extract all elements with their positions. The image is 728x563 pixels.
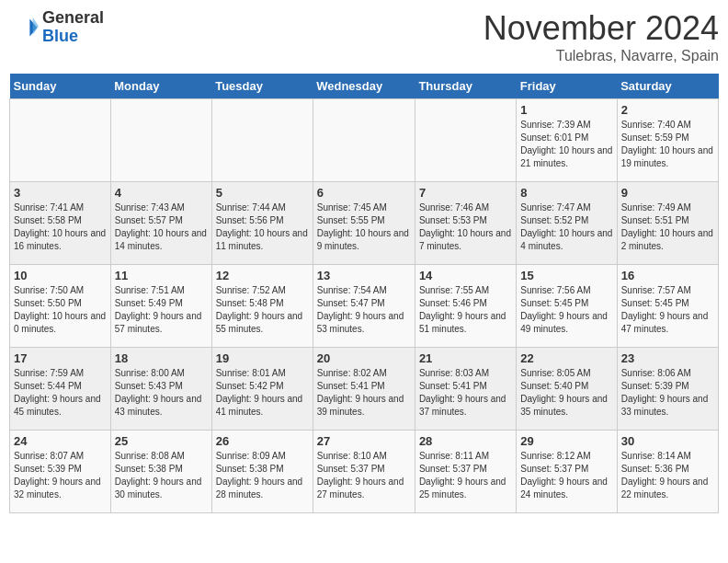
calendar-cell: 5Sunrise: 7:44 AM Sunset: 5:56 PM Daylig… — [211, 182, 313, 265]
header: General Blue November 2024 Tulebras, Nav… — [9, 9, 719, 64]
day-info: Sunrise: 7:49 AM Sunset: 5:51 PM Dayligh… — [621, 201, 714, 253]
calendar-cell: 22Sunrise: 8:05 AM Sunset: 5:40 PM Dayli… — [517, 348, 617, 431]
day-info: Sunrise: 8:14 AM Sunset: 5:36 PM Dayligh… — [621, 450, 714, 501]
location-title: Tulebras, Navarre, Spain — [483, 48, 719, 64]
day-number: 28 — [419, 434, 512, 448]
calendar-cell: 10Sunrise: 7:50 AM Sunset: 5:50 PM Dayli… — [10, 265, 111, 348]
day-number: 2 — [621, 103, 714, 117]
calendar-cell — [415, 99, 516, 182]
day-number: 26 — [216, 434, 309, 448]
header-day-sunday: Sunday — [10, 74, 111, 99]
day-info: Sunrise: 8:10 AM Sunset: 5:37 PM Dayligh… — [317, 450, 411, 501]
day-info: Sunrise: 7:51 AM Sunset: 5:49 PM Dayligh… — [115, 284, 208, 336]
day-info: Sunrise: 7:55 AM Sunset: 5:46 PM Dayligh… — [419, 284, 512, 336]
calendar-cell — [313, 99, 415, 182]
day-info: Sunrise: 8:00 AM Sunset: 5:43 PM Dayligh… — [115, 367, 208, 419]
day-number: 17 — [14, 351, 107, 365]
logo: General Blue — [9, 9, 104, 46]
calendar-cell: 2Sunrise: 7:40 AM Sunset: 5:59 PM Daylig… — [617, 99, 718, 182]
day-info: Sunrise: 7:50 AM Sunset: 5:50 PM Dayligh… — [14, 284, 107, 336]
calendar-week-4: 17Sunrise: 7:59 AM Sunset: 5:44 PM Dayli… — [10, 348, 719, 431]
calendar-week-1: 1Sunrise: 7:39 AM Sunset: 6:01 PM Daylig… — [10, 99, 719, 182]
day-info: Sunrise: 7:40 AM Sunset: 5:59 PM Dayligh… — [621, 119, 714, 170]
svg-marker-1 — [33, 17, 39, 35]
day-number: 3 — [14, 186, 107, 200]
calendar-cell: 29Sunrise: 8:12 AM Sunset: 5:37 PM Dayli… — [517, 431, 617, 513]
calendar-cell: 4Sunrise: 7:43 AM Sunset: 5:57 PM Daylig… — [110, 182, 211, 265]
day-info: Sunrise: 8:03 AM Sunset: 5:41 PM Dayligh… — [419, 367, 512, 419]
day-info: Sunrise: 8:12 AM Sunset: 5:37 PM Dayligh… — [520, 450, 612, 501]
day-info: Sunrise: 7:47 AM Sunset: 5:52 PM Dayligh… — [520, 201, 612, 253]
calendar-cell: 18Sunrise: 8:00 AM Sunset: 5:43 PM Dayli… — [110, 348, 211, 431]
day-number: 22 — [520, 351, 612, 365]
day-number: 21 — [419, 351, 512, 365]
day-number: 23 — [621, 351, 714, 365]
day-info: Sunrise: 8:11 AM Sunset: 5:37 PM Dayligh… — [419, 450, 512, 501]
day-info: Sunrise: 7:41 AM Sunset: 5:58 PM Dayligh… — [14, 201, 107, 253]
day-number: 11 — [115, 269, 208, 282]
day-info: Sunrise: 8:07 AM Sunset: 5:39 PM Dayligh… — [14, 450, 107, 501]
calendar-cell: 26Sunrise: 8:09 AM Sunset: 5:38 PM Dayli… — [211, 431, 313, 513]
calendar-cell: 30Sunrise: 8:14 AM Sunset: 5:36 PM Dayli… — [617, 431, 718, 513]
calendar-cell: 27Sunrise: 8:10 AM Sunset: 5:37 PM Dayli… — [313, 431, 415, 513]
calendar-cell: 28Sunrise: 8:11 AM Sunset: 5:37 PM Dayli… — [415, 431, 516, 513]
header-day-tuesday: Tuesday — [211, 74, 313, 99]
calendar-cell: 24Sunrise: 8:07 AM Sunset: 5:39 PM Dayli… — [10, 431, 111, 513]
calendar-cell: 1Sunrise: 7:39 AM Sunset: 6:01 PM Daylig… — [517, 99, 617, 182]
day-info: Sunrise: 7:52 AM Sunset: 5:48 PM Dayligh… — [216, 284, 309, 336]
calendar-week-3: 10Sunrise: 7:50 AM Sunset: 5:50 PM Dayli… — [10, 265, 719, 348]
day-info: Sunrise: 8:08 AM Sunset: 5:38 PM Dayligh… — [115, 450, 208, 501]
logo-text: General Blue — [42, 9, 104, 46]
day-number: 12 — [216, 269, 309, 282]
header-day-monday: Monday — [110, 74, 211, 99]
day-info: Sunrise: 7:46 AM Sunset: 5:53 PM Dayligh… — [419, 201, 512, 253]
day-info: Sunrise: 8:09 AM Sunset: 5:38 PM Dayligh… — [216, 450, 309, 501]
calendar-cell: 7Sunrise: 7:46 AM Sunset: 5:53 PM Daylig… — [415, 182, 516, 265]
day-info: Sunrise: 8:01 AM Sunset: 5:42 PM Dayligh… — [216, 367, 309, 419]
calendar-week-2: 3Sunrise: 7:41 AM Sunset: 5:58 PM Daylig… — [10, 182, 719, 265]
calendar-cell: 6Sunrise: 7:45 AM Sunset: 5:55 PM Daylig… — [313, 182, 415, 265]
calendar-cell: 19Sunrise: 8:01 AM Sunset: 5:42 PM Dayli… — [211, 348, 313, 431]
day-info: Sunrise: 7:57 AM Sunset: 5:45 PM Dayligh… — [621, 284, 714, 336]
title-area: November 2024 Tulebras, Navarre, Spain — [483, 9, 719, 64]
day-number: 30 — [621, 434, 714, 448]
day-number: 14 — [419, 269, 512, 282]
month-title: November 2024 — [483, 9, 719, 48]
calendar-cell: 11Sunrise: 7:51 AM Sunset: 5:49 PM Dayli… — [110, 265, 211, 348]
calendar-cell: 23Sunrise: 8:06 AM Sunset: 5:39 PM Dayli… — [617, 348, 718, 431]
day-number: 15 — [520, 269, 612, 282]
day-number: 18 — [115, 351, 208, 365]
header-day-friday: Friday — [517, 74, 617, 99]
calendar-cell: 17Sunrise: 7:59 AM Sunset: 5:44 PM Dayli… — [10, 348, 111, 431]
day-number: 8 — [520, 186, 612, 200]
day-number: 1 — [520, 103, 612, 117]
calendar-header-row: SundayMondayTuesdayWednesdayThursdayFrid… — [10, 74, 719, 99]
header-day-wednesday: Wednesday — [313, 74, 415, 99]
day-info: Sunrise: 7:45 AM Sunset: 5:55 PM Dayligh… — [317, 201, 411, 253]
day-info: Sunrise: 7:56 AM Sunset: 5:45 PM Dayligh… — [520, 284, 612, 336]
day-number: 16 — [621, 269, 714, 282]
day-number: 9 — [621, 186, 714, 200]
calendar-table: SundayMondayTuesdayWednesdayThursdayFrid… — [9, 74, 719, 513]
calendar-cell — [110, 99, 211, 182]
calendar-cell — [211, 99, 313, 182]
day-number: 7 — [419, 186, 512, 200]
logo-general-text: General — [42, 8, 104, 27]
day-info: Sunrise: 7:43 AM Sunset: 5:57 PM Dayligh… — [115, 201, 208, 253]
day-info: Sunrise: 7:54 AM Sunset: 5:47 PM Dayligh… — [317, 284, 411, 336]
day-info: Sunrise: 8:02 AM Sunset: 5:41 PM Dayligh… — [317, 367, 411, 419]
day-number: 24 — [14, 434, 107, 448]
calendar-cell: 9Sunrise: 7:49 AM Sunset: 5:51 PM Daylig… — [617, 182, 718, 265]
day-number: 20 — [317, 351, 411, 365]
day-info: Sunrise: 7:39 AM Sunset: 6:01 PM Dayligh… — [520, 119, 612, 170]
calendar-cell: 15Sunrise: 7:56 AM Sunset: 5:45 PM Dayli… — [517, 265, 617, 348]
day-number: 27 — [317, 434, 411, 448]
day-number: 25 — [115, 434, 208, 448]
header-day-thursday: Thursday — [415, 74, 516, 99]
day-number: 10 — [14, 269, 107, 282]
day-info: Sunrise: 7:59 AM Sunset: 5:44 PM Dayligh… — [14, 367, 107, 419]
day-info: Sunrise: 8:05 AM Sunset: 5:40 PM Dayligh… — [520, 367, 612, 419]
day-number: 29 — [520, 434, 612, 448]
calendar-cell: 14Sunrise: 7:55 AM Sunset: 5:46 PM Dayli… — [415, 265, 516, 348]
day-info: Sunrise: 7:44 AM Sunset: 5:56 PM Dayligh… — [216, 201, 309, 253]
